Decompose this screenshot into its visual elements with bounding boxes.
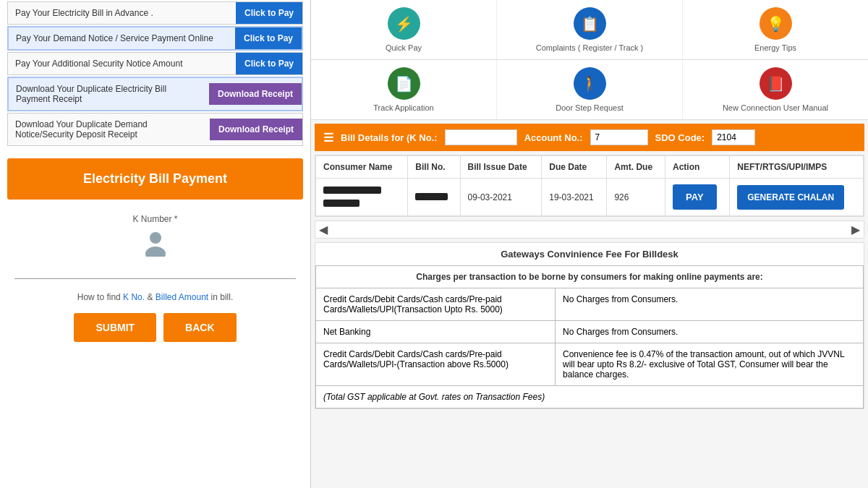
menu-item-text-security: Pay Your Additional Security Notice Amou… [8, 53, 236, 74]
col-due-date: Due Date [542, 156, 607, 179]
col-action: Action [665, 156, 730, 179]
sidebar-item-complaints[interactable]: 📋 Complaints ( Register / Track ) [497, 0, 683, 59]
complaints-label: Complaints ( Register / Track ) [501, 43, 678, 52]
svg-point-0 [150, 232, 161, 244]
menu-item-text-dupDemand: Download Your Duplicate Demand Notice/Se… [8, 114, 210, 145]
left-panel: Pay Your Electricity Bill in Advance .Cl… [0, 0, 311, 488]
gateway-cell-col1: Net Banking [316, 321, 556, 343]
gateway-cell-col2: No Charges from Consumers. [556, 321, 864, 343]
menu-btn-dupDemand[interactable]: Download Receipt [210, 119, 302, 140]
quickpay-label: Quick Pay [315, 43, 493, 52]
sidebar-item-trackapplication[interactable]: 📄 Track Application [311, 60, 497, 119]
energytips-icon: 💡 [760, 7, 792, 40]
sdo-code-display[interactable] [712, 129, 755, 145]
col-consumer-name: Consumer Name [316, 156, 408, 179]
menu-item-dupDemand: Download Your Duplicate Demand Notice/Se… [7, 113, 303, 146]
menu-item-text-dupElectricity: Download Your Duplicate Electricity Bill… [9, 78, 209, 110]
gateway-row: (Total GST applicable at Govt. rates on … [316, 386, 864, 408]
complaints-icon: 📋 [574, 7, 606, 40]
col-amt-due: Amt. Due [607, 156, 665, 179]
energytips-label: Energy Tips [686, 43, 864, 52]
gateway-table: Charges per transaction to be borne by c… [315, 265, 864, 408]
cell-due-date: 19-03-2021 [542, 179, 607, 216]
scroll-right-icon[interactable]: ▶ [851, 223, 860, 236]
doorstep-label: Door Step Request [501, 103, 678, 112]
billed-amount-link[interactable]: Billed Amount [156, 292, 208, 302]
menu-btn-advance[interactable]: Click to Pay [236, 2, 302, 24]
col-bill-issue-date: Bill Issue Date [460, 156, 542, 179]
sidebar-item-quickpay[interactable]: ⚡ Quick Pay [311, 0, 497, 59]
sidebar-item-doorstep[interactable]: 🚶 Door Step Request [497, 60, 683, 119]
account-no-display[interactable] [590, 129, 648, 145]
gateway-cell-col1: Credit Cards/Debit Cards/Cash cards/Pre-… [316, 288, 556, 321]
menu-btn-demand[interactable]: Click to Pay [235, 27, 302, 49]
electricity-bill-payment-button[interactable]: Electricity Bill Payment [7, 158, 303, 200]
menu-btn-security[interactable]: Click to Pay [236, 53, 302, 74]
bill-details-header: ☰ Bill Details for (K No.: Account No.: … [315, 124, 864, 151]
cell-consumer-name [316, 179, 408, 216]
menu-item-text-demand: Pay Your Demand Notice / Service Payment… [9, 27, 235, 49]
gateway-row: Net BankingNo Charges from Consumers. [316, 321, 864, 343]
trackapplication-label: Track Application [315, 103, 493, 112]
gateway-row: Credit Cards/Debit Cards/Cash cards/Pre-… [316, 288, 864, 321]
bottom-service-icons-row: 📄 Track Application 🚶 Door Step Request … [311, 60, 868, 120]
col-neft: NEFT/RTGS/UPI/IMPS [730, 156, 864, 179]
svg-point-1 [145, 247, 166, 257]
cell-action: PAY [665, 179, 730, 216]
gateway-cell-col2: Convenience fee is 0.47% of the transact… [556, 343, 864, 386]
menu-item-text-advance: Pay Your Electricity Bill in Advance . [8, 2, 236, 24]
bill-header-label: Bill Details for (K No.: [341, 132, 438, 143]
cell-issue-date: 09-03-2021 [460, 179, 542, 216]
account-label: Account No.: [524, 132, 583, 143]
gateway-cell-col2: No Charges from Consumers. [556, 288, 864, 321]
trackapplication-icon: 📄 [388, 67, 420, 100]
col-bill-no: Bill No. [408, 156, 460, 179]
newconnection-icon: 📕 [760, 67, 792, 100]
menu-item-advance: Pay Your Electricity Bill in Advance .Cl… [7, 1, 303, 25]
sidebar-item-energytips[interactable]: 💡 Energy Tips [683, 0, 868, 59]
newconnection-label: New Connection User Manual [686, 103, 864, 112]
scroll-left-icon[interactable]: ◀ [319, 223, 328, 236]
gateway-cell-full: (Total GST applicable at Govt. rates on … [316, 386, 864, 408]
k-number-label: K Number * [14, 214, 296, 224]
bill-scroll-row: ◀ ▶ [315, 221, 864, 239]
gateway-header: Charges per transaction to be borne by c… [316, 266, 864, 288]
generate-chalan-button[interactable]: GENERATE CHALAN [737, 185, 844, 210]
top-service-icons-row: ⚡ Quick Pay 📋 Complaints ( Register / Tr… [311, 0, 868, 60]
sdo-label: SDO Code: [655, 132, 705, 143]
k-no-link[interactable]: K No. [123, 292, 145, 302]
action-buttons: SUBMIT BACK [14, 313, 296, 342]
menu-btn-dupElectricity[interactable]: Download Receipt [209, 83, 302, 105]
k-number-input[interactable] [14, 260, 296, 279]
back-button[interactable]: BACK [163, 313, 236, 342]
right-panel: ⚡ Quick Pay 📋 Complaints ( Register / Tr… [311, 0, 868, 488]
submit-button[interactable]: SUBMIT [74, 313, 156, 342]
quickpay-icon: ⚡ [388, 7, 420, 40]
menu-item-demand: Pay Your Demand Notice / Service Payment… [7, 26, 303, 51]
k-no-display[interactable] [445, 129, 517, 145]
bill-icon: ☰ [323, 131, 333, 145]
table-row: 09-03-2021 19-03-2021 926 PAY GENERATE C… [316, 179, 864, 216]
doorstep-icon: 🚶 [574, 67, 606, 100]
pay-button[interactable]: PAY [673, 184, 717, 210]
help-text: How to find K No. & Billed Amount in bil… [14, 292, 296, 302]
gateway-section: Gateways Convinience Fee For Billdesk Ch… [315, 242, 864, 409]
sidebar-item-newconnection[interactable]: 📕 New Connection User Manual [683, 60, 868, 119]
gateway-cell-col1: Credit Cards/Debit Cards/Cash cards/Pre-… [316, 343, 556, 386]
cell-bill-no [408, 179, 460, 216]
cell-amt-due: 926 [607, 179, 665, 216]
cell-neft: GENERATE CHALAN [730, 179, 864, 216]
menu-item-dupElectricity: Download Your Duplicate Electricity Bill… [7, 77, 303, 111]
bill-table: Consumer Name Bill No. Bill Issue Date D… [315, 155, 864, 216]
gateway-row: Credit Cards/Debit Cards/Cash cards/Pre-… [316, 343, 864, 386]
bill-table-wrapper: Consumer Name Bill No. Bill Issue Date D… [315, 155, 864, 217]
user-avatar-icon [141, 228, 170, 257]
k-number-section: K Number * How to find K No. & Billed Am… [0, 207, 310, 360]
gateway-title: Gateways Convinience Fee For Billdesk [315, 243, 864, 265]
menu-item-security: Pay Your Additional Security Notice Amou… [7, 52, 303, 75]
